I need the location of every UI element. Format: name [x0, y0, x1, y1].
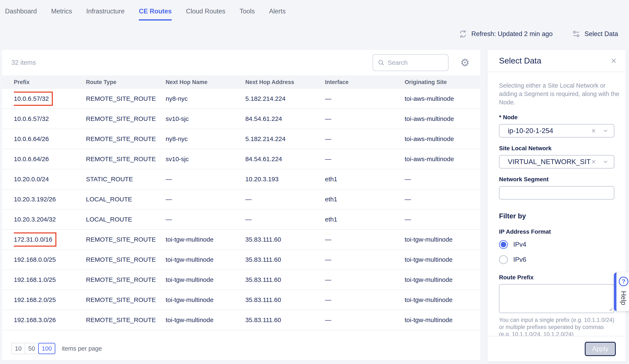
cell-next-hop-address: 35.83.111.60	[245, 276, 325, 283]
cell-prefix: 10.0.6.64/26	[14, 135, 86, 142]
cell-originating-site: toi-aws-multinode	[405, 95, 480, 102]
cell-next-hop-name: ny8-nyc	[166, 135, 245, 142]
node-label: * Node	[499, 114, 614, 121]
cell-next-hop-name: —	[166, 196, 245, 203]
cell-interface: —	[325, 135, 405, 142]
site-local-network-select[interactable]: VIRTUAL_NETWORK_SITE_L...	[499, 155, 614, 168]
node-select[interactable]: ip-10-20-1-254	[499, 124, 614, 137]
cell-next-hop-name: sv10-sjc	[166, 155, 245, 163]
route-prefix-textarea[interactable]	[499, 284, 614, 313]
cell-originating-site: toi-aws-multinode	[405, 115, 480, 122]
refresh-label: Refresh: Updated 2 min ago	[471, 30, 553, 38]
ip-format-radio-option[interactable]: IPv4	[499, 240, 614, 249]
nav-tab[interactable]: Metrics	[51, 7, 72, 20]
chevron-down-icon[interactable]	[603, 128, 609, 134]
chevron-down-icon[interactable]	[603, 159, 609, 165]
radio-icon[interactable]	[499, 255, 508, 264]
header-controls: Refresh: Updated 2 min ago Select Data	[459, 30, 618, 38]
apply-button[interactable]: Apply	[585, 342, 616, 356]
question-circle-icon: ?	[619, 277, 628, 286]
cell-interface: —	[325, 316, 405, 324]
table-row: 10.20.0.0/24 STATIC_ROUTE — 10.20.3.193 …	[2, 169, 480, 189]
close-icon[interactable]	[610, 57, 617, 64]
cell-prefix: 10.0.6.64/26	[14, 155, 86, 163]
gear-icon[interactable]: ⚙	[460, 57, 470, 68]
clear-icon[interactable]	[591, 159, 596, 164]
cell-route-type: STATIC_ROUTE	[86, 176, 166, 183]
panel-header: Select Data	[487, 50, 626, 72]
cell-originating-site: toi-aws-multinode	[405, 155, 480, 163]
items-per-page-option[interactable]: 10	[11, 343, 25, 354]
panel-title: Select Data	[499, 56, 541, 65]
table-row: 10.0.6.57/32 REMOTE_SITE_ROUTE sv10-sjc …	[2, 109, 480, 129]
cell-originating-site: toi-tgw-multinode	[405, 256, 480, 263]
sliders-icon	[572, 30, 580, 38]
items-per-page-label: items per page	[62, 345, 102, 352]
cell-prefix: 192.168.0.0/25	[14, 256, 86, 263]
cell-prefix: 172.31.0.0/16	[14, 233, 86, 247]
column-header: Interface	[325, 79, 405, 86]
search-box[interactable]	[373, 54, 449, 71]
cell-route-type: REMOTE_SITE_ROUTE	[86, 236, 166, 243]
cell-originating-site: toi-aws-multinode	[405, 135, 480, 142]
nav-tab[interactable]: Dashboard	[5, 7, 37, 20]
select-data-label: Select Data	[585, 30, 618, 38]
route-prefix-hint: You can input a single prefix (e.g. 10.1…	[499, 316, 617, 338]
help-tab[interactable]: ? Help	[614, 272, 629, 311]
cell-interface: —	[325, 276, 405, 283]
refresh-button[interactable]: Refresh: Updated 2 min ago	[459, 30, 553, 38]
panel-description: Selecting either a Site Local Network or…	[499, 81, 620, 107]
cell-originating-site: toi-tgw-multinode	[405, 296, 480, 303]
items-per-page-option[interactable]: 50	[25, 343, 39, 354]
cell-route-type: REMOTE_SITE_ROUTE	[86, 135, 166, 142]
node-select-value: ip-10-20-1-254	[508, 127, 591, 135]
network-segment-input[interactable]	[499, 186, 614, 200]
radio-icon[interactable]	[499, 240, 508, 249]
cell-next-hop-address: —	[245, 196, 325, 203]
select-data-button[interactable]: Select Data	[572, 30, 618, 38]
cell-interface: eth1	[325, 176, 405, 183]
refresh-icon	[459, 30, 467, 38]
items-per-page-switch: 10 50 100	[11, 343, 55, 354]
panel-body: Selecting either a Site Local Network or…	[487, 72, 626, 338]
cell-next-hop-address: —	[245, 216, 325, 223]
prefix-value: 10.0.6.57/32	[14, 115, 49, 122]
cell-next-hop-name: ny8-nyc	[166, 95, 245, 102]
ip-format-radio-option[interactable]: IPv6	[499, 255, 614, 264]
prefix-value: 10.0.6.57/32	[14, 92, 53, 106]
cell-next-hop-address: 84.54.61.224	[245, 155, 325, 163]
cell-interface: eth1	[325, 216, 405, 223]
table-row: 10.20.3.204/32 LOCAL_ROUTE — — eth1 —	[2, 210, 480, 230]
nav-tab[interactable]: Tools	[240, 7, 255, 20]
cell-route-type: REMOTE_SITE_ROUTE	[86, 276, 166, 283]
column-header: Prefix	[14, 79, 86, 86]
cell-next-hop-address: 5.182.214.224	[245, 95, 325, 102]
nav-tab[interactable]: Cloud Routes	[186, 7, 225, 20]
cell-route-type: REMOTE_SITE_ROUTE	[86, 316, 166, 324]
clear-icon[interactable]	[591, 128, 596, 133]
site-local-network-value: VIRTUAL_NETWORK_SITE_L...	[508, 158, 591, 166]
cell-next-hop-address: 35.83.111.60	[245, 316, 325, 324]
cell-prefix: 10.0.6.57/32	[14, 92, 86, 106]
table-toolbar: 32 items ⚙	[2, 50, 480, 75]
column-header: Route Type	[86, 79, 166, 86]
cell-originating-site: —	[405, 176, 480, 183]
prefix-value: 10.20.0.0/24	[14, 176, 49, 183]
nav-tab[interactable]: Alerts	[269, 7, 286, 20]
cell-prefix: 10.20.3.204/32	[14, 216, 86, 223]
site-local-network-field: Site Local Network VIRTUAL_NETWORK_SITE_…	[499, 145, 614, 168]
prefix-value: 10.0.6.64/26	[14, 155, 49, 163]
cell-next-hop-name: toi-tgw-multinode	[166, 276, 245, 283]
items-per-page-option[interactable]: 100	[38, 343, 55, 354]
help-label: Help	[620, 291, 628, 305]
nav-tab[interactable]: CE Routes	[139, 7, 172, 20]
search-input[interactable]	[388, 59, 444, 66]
cell-route-type: REMOTE_SITE_ROUTE	[86, 115, 166, 122]
cell-interface: —	[325, 155, 405, 163]
cell-prefix: 192.168.3.0/26	[14, 316, 86, 324]
cell-originating-site: —	[405, 216, 480, 223]
nav-tab[interactable]: Infrastructure	[86, 7, 125, 20]
cell-route-type: REMOTE_SITE_ROUTE	[86, 95, 166, 102]
table-row: 10.20.3.192/26 LOCAL_ROUTE — — eth1 —	[2, 189, 480, 210]
cell-prefix: 10.20.3.192/26	[14, 196, 86, 203]
